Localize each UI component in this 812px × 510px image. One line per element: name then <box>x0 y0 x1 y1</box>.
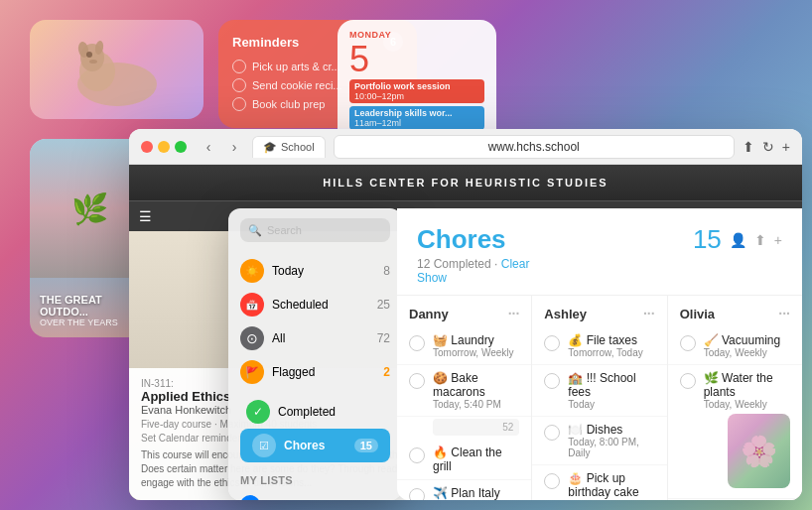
task-water-plants: 🌿 Water the plants Today, Weekly 🌸 <box>668 365 802 499</box>
sidebar-item-completed[interactable]: ✓ Completed <box>234 395 396 429</box>
task-grill-checkbox[interactable] <box>409 447 425 463</box>
school-name: HILLS CENTER FOR HEURISTIC STUDIES <box>141 177 790 189</box>
task-macarons-content: 🍪 Bake macarons Today, 5:40 PM <box>433 371 519 410</box>
task-fees-meta: Today <box>568 399 654 410</box>
address-bar[interactable]: www.hchs.school <box>334 135 735 159</box>
completed-left: ✓ Completed <box>246 400 336 424</box>
all-label: All <box>272 331 285 345</box>
task-macarons-checkbox[interactable] <box>409 373 425 389</box>
close-button[interactable] <box>141 141 153 153</box>
school-header: HILLS CENTER FOR HEURISTIC STUDIES <box>129 165 802 201</box>
task-taxes-name: 💰 File taxes <box>568 333 654 347</box>
today-label: Today <box>272 264 304 278</box>
task-birthday-cake: 🎂 Pick up birthday cake for 🐾 Sparky 🐕 <box>532 465 666 500</box>
task-plants-meta: Today, Weekly <box>704 399 790 410</box>
reminders-search-bar[interactable]: 🔍 Search <box>240 218 390 242</box>
task-fees-checkbox[interactable] <box>544 373 560 389</box>
photo-subtitle: OVER THE YEARS <box>40 318 139 327</box>
add-chore-icon[interactable]: + <box>774 232 782 248</box>
chores-count: 15 <box>354 439 378 452</box>
chores-label: Chores <box>284 439 346 452</box>
task-taxes-content: 💰 File taxes Tomorrow, Today <box>568 333 654 358</box>
chores-meta: 12 Completed · Clear Show <box>417 257 782 285</box>
flagged-count: 2 <box>383 365 390 379</box>
sidebar-item-today[interactable]: ☀️ Today 8 <box>228 254 402 288</box>
task-macarons-meta: Today, 5:40 PM <box>433 399 519 410</box>
task-dishes-checkbox[interactable] <box>544 425 560 441</box>
task-clean-grill: 🔥 Clean the grill <box>397 440 531 480</box>
person-icon[interactable]: 👤 <box>730 232 746 248</box>
ashley-label: Ashley <box>544 307 587 321</box>
browser-titlebar: ‹ › 🎓 School www.hchs.school ⬆ ↻ + <box>129 129 802 165</box>
my-lists-section-title: My Lists <box>228 466 402 490</box>
task-vacuuming: 🧹 Vacuuming Today, Weekly <box>668 327 802 365</box>
reminder-checkbox-2 <box>232 78 246 92</box>
task-taxes-checkbox[interactable] <box>544 335 560 351</box>
task-cake-checkbox[interactable] <box>544 473 560 489</box>
task-cake-name: 🎂 Pick up birthday cake for 🐾 Sparky <box>568 471 654 500</box>
browser-tab[interactable]: 🎓 School <box>252 136 326 158</box>
svg-point-5 <box>86 52 92 58</box>
calendar-event-1: Portfolio work session 10:00–12pm <box>349 79 484 103</box>
olivia-label: Olivia <box>680 307 715 321</box>
task-vacuum-meta: Today, Weekly <box>704 347 790 358</box>
taxes-emoji: 💰 <box>568 333 583 347</box>
task-macarons-name: 🍪 Bake macarons <box>433 371 519 399</box>
task-plan-italy: ✈️ Plan Italy trip Need to confirm wheth… <box>397 480 531 500</box>
task-vacuum-name: 🧹 Vacuuming <box>704 333 790 347</box>
clear-link[interactable]: Clear <box>501 257 530 271</box>
task-dishes-name: 🍽️ Dishes <box>568 423 654 437</box>
macarons-note-content: 52 <box>433 419 519 436</box>
hamburger-menu-icon[interactable]: ☰ <box>139 208 152 224</box>
sidebar-item-scheduled[interactable]: 📅 Scheduled 25 <box>228 288 402 321</box>
macarons-note: 52 <box>397 417 531 440</box>
task-school-fees: 🏫 !!! School fees Today <box>532 365 666 417</box>
refresh-icon[interactable]: ↻ <box>762 139 774 155</box>
olivia-options-icon[interactable]: ··· <box>778 306 790 321</box>
task-feed-sparky: 🐾 Feed Sparky Today, 5:00 PM, Daily <box>668 499 802 500</box>
reminders-list-count: 6 <box>383 498 390 500</box>
ashley-column-header: Ashley ··· <box>532 296 666 327</box>
address-text: www.hchs.school <box>488 140 580 154</box>
completed-icon: ✓ <box>246 400 270 424</box>
task-vacuum-checkbox[interactable] <box>680 335 696 351</box>
laundry-emoji: 🧺 <box>433 333 448 347</box>
browser-toolbar-icons: ⬆ ↻ + <box>743 139 790 155</box>
scheduled-label: Scheduled <box>272 298 329 312</box>
task-dishes-meta: Today, 8:00 PM, Daily <box>568 437 654 458</box>
flagged-label: Flagged <box>272 365 315 379</box>
ashley-column: Ashley ··· 💰 File taxes Tomorrow, Today <box>532 296 667 500</box>
fullscreen-button[interactable] <box>175 141 187 153</box>
danny-options-icon[interactable]: ··· <box>508 306 520 321</box>
italy-emoji: ✈️ <box>433 486 448 500</box>
task-plants-checkbox[interactable] <box>680 373 696 389</box>
completed-count: 12 Completed <box>417 257 491 271</box>
add-tab-icon[interactable]: + <box>782 139 790 155</box>
sidebar-item-chores-active[interactable]: ☑ Chores 15 <box>240 429 390 462</box>
danny-column-header: Danny ··· <box>397 296 531 327</box>
share-icon[interactable]: ⬆ <box>743 139 754 155</box>
all-count: 72 <box>377 331 390 345</box>
minimize-button[interactable] <box>158 141 170 153</box>
tab-label: School <box>281 141 315 153</box>
forward-button[interactable]: › <box>224 137 244 157</box>
back-button[interactable]: ‹ <box>199 137 218 157</box>
sidebar-item-all[interactable]: ⊙ All 72 <box>228 321 402 355</box>
task-italy-checkbox[interactable] <box>409 488 425 500</box>
tab-favicon: 🎓 <box>263 141 277 154</box>
flowers-photo: 🌸 <box>728 414 790 488</box>
task-laundry-meta: Tomorrow, Weekly <box>433 347 519 358</box>
chores-panel: Chores 15 👤 ⬆ + 12 Completed · Clear <box>397 208 802 500</box>
sidebar-item-reminders-list[interactable]: 🔔 Reminders 6 <box>228 490 402 500</box>
olivia-column-header: Olivia ··· <box>668 296 802 327</box>
scheduled-count: 25 <box>377 298 390 312</box>
sidebar-item-flagged[interactable]: 🚩 Flagged 2 <box>228 355 402 389</box>
ashley-options-icon[interactable]: ··· <box>643 306 655 321</box>
task-dishes: 🍽️ Dishes Today, 8:00 PM, Daily <box>532 417 666 465</box>
share-chores-icon[interactable]: ⬆ <box>754 232 766 248</box>
chores-header-right: 15 👤 ⬆ + <box>693 224 782 255</box>
task-laundry-checkbox[interactable] <box>409 335 425 351</box>
show-link[interactable]: Show <box>417 271 447 285</box>
reminders-list-icon: 🔔 <box>240 495 260 500</box>
task-plants-name: 🌿 Water the plants <box>704 371 790 399</box>
